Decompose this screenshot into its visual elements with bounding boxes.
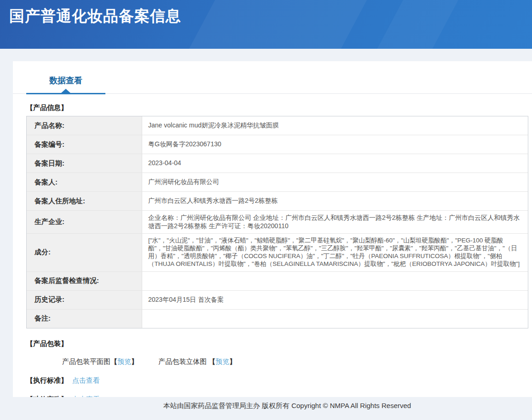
page-footer: 本站由国家药品监督管理局主办 版权所有 Copyright © NMPA All… [0,397,532,420]
table-row-supervision-check: 备案后监督检查情况: [27,272,528,291]
row-value: ["水"，"火山泥"，"甘油"，"液体石蜡"，"鲸蜡硬脂醇"，"聚二甲基硅氧烷"… [142,234,528,271]
row-label: 成分: [27,234,142,271]
packaging-3d-item: 产品包装立体图 【预览】 [158,357,236,366]
table-row-product-name: 产品名称: Jane volcanic mud妍泥冷泉冰泥精华抗皱面膜 [27,116,528,135]
row-label: 备案编号: [27,135,142,154]
table-row-manufacturer: 生产企业: 企业名称：广州润研化妆品有限公司 企业地址：广州市白云区人和镇秀水塘… [27,211,528,234]
row-value: 2023年04月15日 首次备案 [142,291,528,309]
tab-bar: 数据查看 [13,61,532,94]
bracket-open: 【 [110,357,117,365]
tab-data-view-label: 数据查看 [49,76,82,85]
packaging-flat-preview-link[interactable]: 预览 [117,357,131,365]
row-label: 备案后监督检查情况: [27,272,142,290]
main-card: 数据查看 【产品信息】 产品名称: Jane volcanic mud妍泥冷泉冰… [13,61,532,420]
row-value: 粤G妆网备字2023067130 [142,135,528,154]
row-value: 广州市白云区人和镇秀水塘西一路2号2栋整栋 [142,192,528,210]
page-title: 国产普通化妆品备案信息 [0,0,532,27]
row-value: 企业名称：广州润研化妆品有限公司 企业地址：广州市白云区人和镇秀水塘西一路2号2… [142,211,528,233]
standard-row: 【执行标准】点击查看 [26,376,529,385]
row-value: Jane volcanic mud妍泥冷泉冰泥精华抗皱面膜 [142,116,528,135]
tab-active-triangle-icon [61,89,70,93]
packaging-flat-label: 产品包装平面图 [62,357,110,365]
table-row-record-number: 备案编号: 粤G妆网备字2023067130 [27,135,528,154]
packaging-flat-item: 产品包装平面图【预览】 [62,357,138,366]
row-label: 备案人: [27,173,142,191]
table-row-ingredients: 成分: ["水"，"火山泥"，"甘油"，"液体石蜡"，"鲸蜡硬脂醇"，"聚二甲基… [27,234,528,272]
row-value: 2023-04-04 [142,154,528,173]
row-label: 备注: [27,310,142,328]
bracket-close: 】 [229,357,236,365]
row-value [142,272,528,290]
table-row-record-date: 备案日期: 2023-04-04 [27,154,528,173]
table-row-registrant: 备案人: 广州润研化妆品有限公司 [27,173,528,192]
table-row-remarks: 备注: [27,310,528,328]
row-value [142,310,528,328]
row-label: 生产企业: [27,211,142,233]
row-label: 产品名称: [27,116,142,135]
product-info-section-title: 【产品信息】 [26,104,529,112]
packaging-3d-label: 产品包装立体图 [158,357,208,365]
footer-copyright: 本站由国家药品监督管理局主办 版权所有 Copyright © NMPA All… [13,397,532,410]
table-row-registrant-address: 备案人住所地址: 广州市白云区人和镇秀水塘西一路2号2栋整栋 [27,192,528,211]
table-row-history: 历史记录: 2023年04月15日 首次备案 [27,291,528,310]
standard-view-link[interactable]: 点击查看 [72,376,100,384]
tab-data-view[interactable]: 数据查看 [26,75,105,94]
row-label: 历史记录: [27,291,142,309]
packaging-row: 产品包装平面图【预览】 产品包装立体图 【预览】 [62,357,529,366]
row-value: 广州润研化妆品有限公司 [142,173,528,191]
standard-label: 【执行标准】 [26,376,68,384]
packaging-3d-preview-link[interactable]: 预览 [215,357,229,365]
packaging-section-title: 【产品包装】 [26,339,529,348]
bracket-close: 】 [131,357,138,365]
product-info-table: 产品名称: Jane volcanic mud妍泥冷泉冰泥精华抗皱面膜 备案编号… [26,116,528,328]
page-header-banner: 国产普通化妆品备案信息 [0,0,532,49]
row-label: 备案日期: [27,154,142,173]
bracket-open: 【 [208,357,215,365]
row-label: 备案人住所地址: [27,192,142,210]
